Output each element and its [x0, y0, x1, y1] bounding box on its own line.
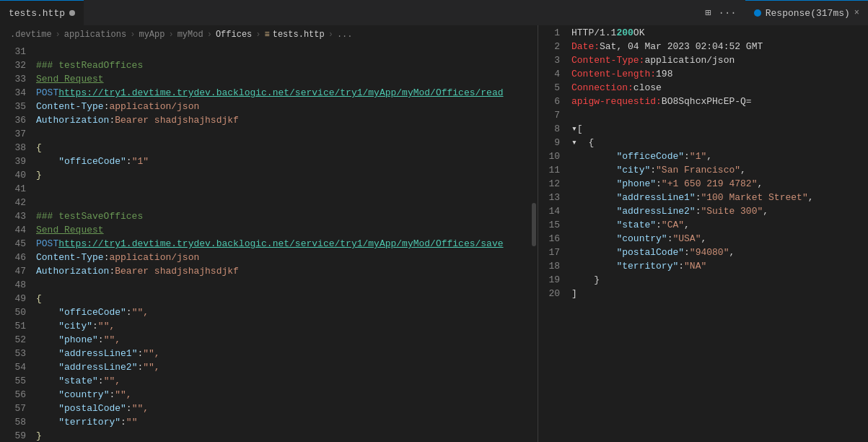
code-line: { — [33, 292, 530, 306]
response-line: Date: Sat, 04 Mar 2023 02:04:52 GMT — [569, 40, 868, 53]
breadcrumb-item[interactable]: applications — [64, 30, 126, 40]
colon: : — [126, 155, 132, 168]
code-line — [33, 196, 530, 209]
response-close-button[interactable]: × — [854, 8, 859, 18]
breadcrumb-separator: › — [56, 30, 61, 40]
breadcrumb-separator: › — [328, 30, 333, 40]
response-content: HTTP/1.1 200 OK Date: Sat, 04 Mar 2023 0… — [566, 25, 868, 442]
header-value: Bearer shadjshajhsdjkf — [115, 113, 239, 127]
breadcrumb-item[interactable]: tests.http — [273, 30, 325, 40]
code-content[interactable]: ### testReadOffices Send Request POST ht… — [33, 44, 530, 442]
breadcrumb-item[interactable]: myApp — [139, 30, 165, 40]
response-line: } — [569, 273, 868, 287]
object-open: { — [588, 136, 594, 150]
header-value: BO8SqhcxPHcEP-Q= — [662, 95, 752, 108]
breadcrumb-item[interactable]: .devtime — [10, 30, 52, 40]
response-tab-label: Response(317ms) — [766, 8, 850, 19]
header-value: 198 — [656, 67, 672, 81]
brace: { — [36, 292, 42, 306]
status-code: 200 — [616, 26, 633, 40]
code-line: ### testReadOffices — [33, 58, 530, 72]
code-line: POST https://try1.devtime.trydev.backlog… — [33, 86, 530, 100]
response-line: Content-Length: 198 — [569, 67, 868, 81]
breadcrumb-item[interactable]: ... — [337, 30, 353, 40]
header-value: Sat, 04 Mar 2023 02:04:52 GMT — [600, 40, 763, 53]
code-line — [33, 45, 530, 58]
send-request-link[interactable]: Send Request — [36, 72, 104, 86]
response-line: apigw-requestid: BO8SqhcxPHcEP-Q= — [569, 95, 868, 108]
http-method: POST — [36, 237, 58, 251]
indent — [36, 155, 58, 168]
send-request-link[interactable]: Send Request — [36, 223, 104, 237]
code-line: "state": "", — [33, 374, 530, 388]
response-code-area: 1 2 3 4 5 6 7 8 9 10 11 12 13 14 15 16 1… — [538, 25, 868, 442]
header-name: Content-Type: — [571, 53, 644, 67]
header-name: Authorization — [36, 113, 109, 127]
code-line — [33, 127, 530, 141]
comment: ### testReadOffices — [36, 58, 143, 72]
response-line — [569, 108, 868, 122]
colon: : — [104, 100, 110, 113]
code-line: "country": "", — [33, 388, 530, 402]
breadcrumb-item-offices[interactable]: Offices — [216, 30, 252, 40]
code-line: "addressLine2": "", — [33, 360, 530, 374]
response-line: Content-Type: application/json — [569, 53, 868, 67]
colon: : — [109, 113, 115, 127]
scrollbar-thumb — [532, 203, 536, 246]
code-line: } — [33, 429, 530, 442]
collapse-icon[interactable]: ▾ — [571, 136, 588, 150]
response-tab[interactable]: Response(317ms) × — [745, 0, 868, 25]
editor-scrollbar[interactable] — [530, 44, 538, 442]
breadcrumb-separator: › — [255, 30, 260, 40]
response-line: "country": "USA", — [569, 232, 868, 246]
response-line: "city": "San Francisco", — [569, 163, 868, 177]
breadcrumb-separator: › — [168, 30, 173, 40]
title-bar: tests.http ⊞ ··· Response(317ms) × — [0, 0, 868, 25]
header-value: Bearer shadjshajhsdjkf — [115, 264, 239, 278]
line-numbers: 31 32 33 34 35 36 37 38 39 40 41 42 43 4… — [0, 44, 33, 442]
tab-unsaved-indicator — [69, 10, 75, 16]
code-line: "postalCode": "", — [33, 402, 530, 415]
response-line: "addressLine1": "100 Market Street", — [569, 191, 868, 204]
response-line: "addressLine2": "Suite 300", — [569, 204, 868, 218]
response-line: "officeCode": "1", — [569, 150, 868, 163]
header-name: Connection: — [571, 81, 634, 95]
header-name: Content-Type — [36, 100, 104, 113]
breadcrumb-separator: › — [130, 30, 135, 40]
response-line: "postalCode": "94080", — [569, 246, 868, 259]
brace: { — [36, 141, 42, 155]
tab-label: tests.http — [9, 8, 65, 19]
breadcrumb-item[interactable]: myMod — [177, 30, 203, 40]
code-area: 31 32 33 34 35 36 37 38 39 40 41 42 43 4… — [0, 44, 538, 442]
code-line: "addressLine1": "", — [33, 347, 530, 360]
url[interactable]: https://try1.devtime.trydev.backlogic.ne… — [58, 86, 503, 100]
response-line: Connection: close — [569, 81, 868, 95]
status-text: OK — [634, 26, 645, 40]
more-actions-icon[interactable]: ··· — [719, 7, 737, 19]
code-line: { — [33, 141, 530, 155]
editor-tab[interactable]: tests.http — [0, 0, 84, 25]
json-value: "1" — [132, 155, 149, 168]
code-line: "officeCode": "", — [33, 306, 530, 319]
http-method: POST — [36, 86, 58, 100]
code-line: Content-Type: application/json — [33, 251, 530, 264]
code-line: "phone": "", — [33, 333, 530, 347]
response-line: ] — [569, 287, 868, 300]
code-line — [33, 278, 530, 292]
code-line: Authorization: Bearer shadjshajhsdjkf — [33, 264, 530, 278]
colon: : — [109, 264, 115, 278]
array-open: [ — [577, 122, 583, 136]
code-line: Send Request — [33, 223, 530, 237]
json-value: "1" — [690, 150, 706, 163]
code-line: "officeCode": "1" — [33, 155, 530, 168]
response-line: ▾ [ — [569, 122, 868, 136]
header-name: Content-Length: — [571, 67, 656, 81]
editor-panel: .devtime › applications › myApp › myMod … — [0, 25, 538, 442]
breadcrumb-separator: › — [207, 30, 212, 40]
collapse-icon[interactable]: ▾ — [571, 122, 577, 136]
header-name: Date: — [571, 40, 600, 53]
header-value: close — [634, 81, 662, 95]
response-line: "territory": "NA" — [569, 259, 868, 273]
split-editor-icon[interactable]: ⊞ — [705, 6, 711, 19]
url[interactable]: https://try1.devtime.trydev.backlogic.ne… — [58, 237, 503, 251]
